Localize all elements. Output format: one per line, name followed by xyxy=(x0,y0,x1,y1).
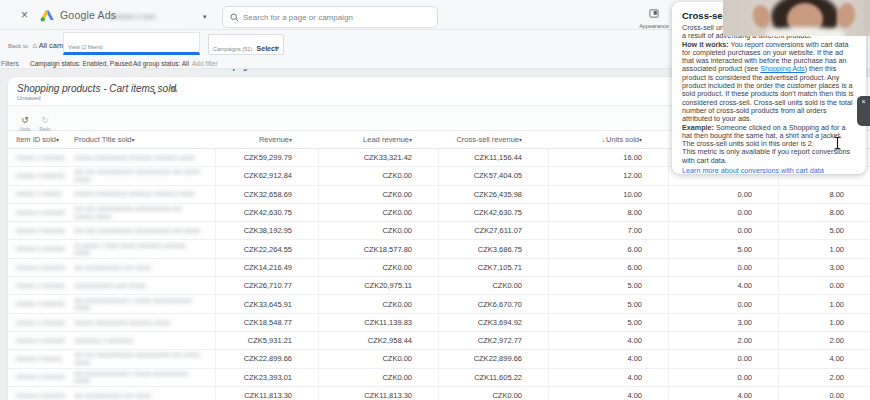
column-menu-caret-icon: ▾ xyxy=(639,136,642,143)
cell-title_blur: xxx xxx xxxxxxxxxxx xxxxxxxxxxx xxx xxxx… xyxy=(72,204,215,221)
cell-cross_sell_revenue: CZK0.00 xyxy=(438,387,548,400)
cell-title_blur: xxxxxx xxxxxxxxxx xxxxxxx xxxxxxx xxxxx xyxy=(72,186,215,203)
redo-button[interactable]: ↻ Redo xyxy=(34,109,56,132)
undo-icon: ↺ xyxy=(21,115,29,125)
close-icon[interactable]: × xyxy=(21,8,28,22)
cell-cross_sell_revenue: CZK3,694.92 xyxy=(438,314,548,331)
cell-lead_revenue: CZK0.00 xyxy=(318,369,438,386)
table-row[interactable]: xxxxxx x xxxxxxxxxx xxxxxxxxxxxxx x xxxx… xyxy=(8,295,870,313)
ad-group-status-filter[interactable]: Ad group status: All xyxy=(133,60,189,67)
cell-lead_revenue: CZK11,139.83 xyxy=(318,314,438,331)
cell-title_blur: xxxxxx xxxxxxxxxx xxxxxxx xxxxx xyxy=(72,314,215,331)
item-id-blurred: xxxxxx x xxxxxxx xyxy=(16,209,65,217)
edit-pencil-icon[interactable]: ✎ xyxy=(170,84,178,95)
product-title-blurred: xxx xxx xxxxxxxxxxx xxxxxxxxxxx xxx xxxx… xyxy=(74,168,202,183)
cell-units: 5.00 xyxy=(548,295,668,312)
cell-revenue: CZK32,658.69 xyxy=(215,186,318,203)
view-selector[interactable]: View (2 filters) Shopping products - Car… xyxy=(63,32,200,55)
cell-revenue: CZK22,264.55 xyxy=(215,240,318,257)
cell-lead_revenue: CZK0.00 xyxy=(318,259,438,276)
cell-cross_sell_revenue: CZK26,435.98 xyxy=(438,186,548,203)
product-title-blurred: xxx xxx xxxxxxxxxxx xxxxxxxxxxx xxx xxxx… xyxy=(74,205,202,220)
cell-units: 10.00 xyxy=(548,186,668,203)
cell-c7: 0.00 xyxy=(668,369,778,386)
table-row[interactable]: xxxxxx x xxxxxxxxxxxxxxx x xxxxxxxxCZK5,… xyxy=(8,332,870,350)
search-input[interactable] xyxy=(243,13,423,22)
column-header-revenue[interactable]: Revenue ▾ xyxy=(215,131,318,148)
cell-cross_sell_revenue: CZK27,611.07 xyxy=(438,222,548,239)
table-row[interactable]: xxxxxx x xxxxxxxxxx xxxxxxxxxxx xxx xxxx… xyxy=(8,259,870,277)
cell-revenue: CZK33,645.91 xyxy=(215,295,318,312)
cell-units: 4.00 xyxy=(548,332,668,349)
webcam-person-right-hand xyxy=(835,2,857,30)
cell-id_blur: xxxxxx x xxxxxxx xyxy=(8,277,72,294)
table-row[interactable]: xxxxxx x xxxxxxxxx xxx xxxxxxxxxxx xxxxx… xyxy=(8,350,870,368)
cell-units: 5.00 xyxy=(548,277,668,294)
table-row[interactable]: xxxxxx x xxxxxxxxxx xxx xxxxxxxxxxx xxxx… xyxy=(8,222,870,240)
appearance-button[interactable]: Appearance xyxy=(633,4,675,29)
cell-lead_revenue: CZK0.00 xyxy=(318,204,438,221)
cell-units: 6.00 xyxy=(548,259,668,276)
redo-icon: ↻ xyxy=(41,115,49,125)
table-row[interactable]: xxxxxx x xxxxxxxxx xxxxx x xxxx xxxxx xx… xyxy=(8,240,870,258)
cell-c8: 1.00 xyxy=(778,314,870,331)
cell-units: 4.00 xyxy=(548,350,668,367)
campaign-status-filter[interactable]: Campaign status: Enabled, Paused xyxy=(30,60,132,67)
cell-cross_sell_revenue: CZK6,670.70 xyxy=(438,295,548,312)
add-filter-button[interactable]: Add filter xyxy=(192,60,218,67)
account-chevron-down-icon[interactable]: ▾ xyxy=(203,13,207,21)
table-row[interactable]: xxxxxx x xxxxxxxxxxxxx xxxxxxxxxx xxxxxx… xyxy=(8,314,870,332)
google-ads-logo-icon xyxy=(40,8,55,26)
cell-title_blur: xxx xxx xxxxxxxxxxx xxxxxxxxxxx xxx xxxx… xyxy=(72,222,215,239)
cell-cross_sell_revenue: CZK3,686.75 xyxy=(438,240,548,257)
cell-id_blur: xxxxxx x xxxxxxx xyxy=(8,240,72,257)
column-header-title_blur[interactable]: Product Title sold ▾ xyxy=(72,131,215,148)
sort-desc-icon: ↓ xyxy=(602,136,606,143)
table-row[interactable]: xxxxxx x xxxxxxxxxx xxx xxxxxxxxxxx xxxx… xyxy=(8,204,870,222)
side-panel-close-tab[interactable]: × xyxy=(857,96,870,126)
cell-c8: 2.00 xyxy=(778,369,870,386)
item-id-blurred: xxxxxx x xxxxxxx xyxy=(16,172,65,180)
product-title-blurred: xxxxxxxxxxxx xxxx xxxxx xyxy=(74,282,146,290)
table-row[interactable]: xxxxxx x xxxxxxxxxxxxxxxxxxx xxxx xxxxxC… xyxy=(8,277,870,295)
column-header-lead_revenue[interactable]: Lead revenue ▾ xyxy=(318,131,438,148)
item-id-blurred: xxxxxx x xxxxxxx xyxy=(16,282,65,290)
cell-id_blur: xxxxxx x xxxxxxx xyxy=(8,167,72,184)
search-icon xyxy=(230,13,239,22)
report-title-chevron-down-icon[interactable]: ▾ xyxy=(153,89,156,96)
cell-lead_revenue: CZK0.00 xyxy=(318,295,438,312)
column-header-cross_sell_revenue[interactable]: Cross-sell revenue ▾ xyxy=(438,131,548,148)
column-header-id_blur[interactable]: Item ID sold ▾ xyxy=(8,131,72,148)
cell-title_blur: xxx xxx xxxxxxxxxxx xxxxxxxxxxx xxx xxxx… xyxy=(72,350,215,367)
cell-revenue: CZK38,192.95 xyxy=(215,222,318,239)
cell-c8: 8.00 xyxy=(778,204,870,221)
cell-cross_sell_revenue: CZK0.00 xyxy=(438,277,548,294)
learn-more-link[interactable]: Learn more about conversions with cart d… xyxy=(682,167,856,175)
cell-revenue: CZK18,548.77 xyxy=(215,314,318,331)
back-to-label: Back to xyxy=(8,43,28,49)
product-title-blurred: xxx xxxxxxxxxxx xxx xxxxx xyxy=(74,392,151,400)
cell-id_blur: xxxxxx x xxxxxxx xyxy=(8,314,72,331)
column-header-units[interactable]: ↓ Units sold ▾ xyxy=(548,131,668,148)
cell-cross_sell_revenue: CZK42,630.75 xyxy=(438,204,548,221)
search-box[interactable] xyxy=(222,6,438,28)
text-cursor-icon xyxy=(833,136,842,154)
table-row[interactable]: xxxxxx x xxxxxxxxxxxx xxxxxxxxxx xxxxxxx… xyxy=(8,186,870,204)
item-id-blurred: xxxxxx x xxxxxxx xyxy=(16,300,65,308)
cell-revenue: CZK5,931.21 xyxy=(215,332,318,349)
table-row[interactable]: xxxxxx x xxxxxxxxxx xxxxxxxxxxx xxx xxxx… xyxy=(8,387,870,400)
table-row[interactable]: xxxxxx x xxxxxxxxxx xxxxxxxxxxxxx x xxxx… xyxy=(8,369,870,387)
webcam-person-shirt xyxy=(765,27,845,36)
campaign-selector[interactable]: Campaigns (51) Select a campaign ▾ xyxy=(208,34,284,55)
item-id-blurred: xxxxxx x xxxxxx xyxy=(16,190,62,198)
undo-button[interactable]: ↺ Undo xyxy=(14,109,36,132)
product-title-blurred: xx xxxxx x xxxx xxxxx xxxxxxx xxxxxxx xx… xyxy=(74,242,202,257)
cell-lead_revenue: CZK0.00 xyxy=(318,186,438,203)
undo-label: Undo xyxy=(14,127,36,132)
item-id-blurred: xxxxxx x xxxxxxx xyxy=(16,245,65,253)
cell-title_blur: xxxxxxxx x xxxxxxxx xyxy=(72,332,215,349)
item-id-blurred: xxxxxx x xxxxxxx xyxy=(16,337,65,345)
cell-id_blur: xxxxxx x xxxxxxx xyxy=(8,387,72,400)
cell-c8: 0.00 xyxy=(778,277,870,294)
cell-c8: 5.00 xyxy=(778,222,870,239)
